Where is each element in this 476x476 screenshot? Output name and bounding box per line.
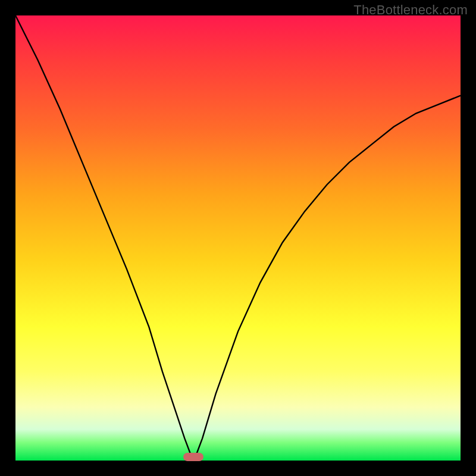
watermark-text: TheBottleneck.com [353, 2, 468, 18]
minimum-marker [183, 453, 203, 461]
plot-area [15, 15, 461, 461]
curve-line [15, 15, 461, 461]
chart-stage: TheBottleneck.com [0, 0, 476, 476]
bottleneck-curve [15, 15, 461, 461]
